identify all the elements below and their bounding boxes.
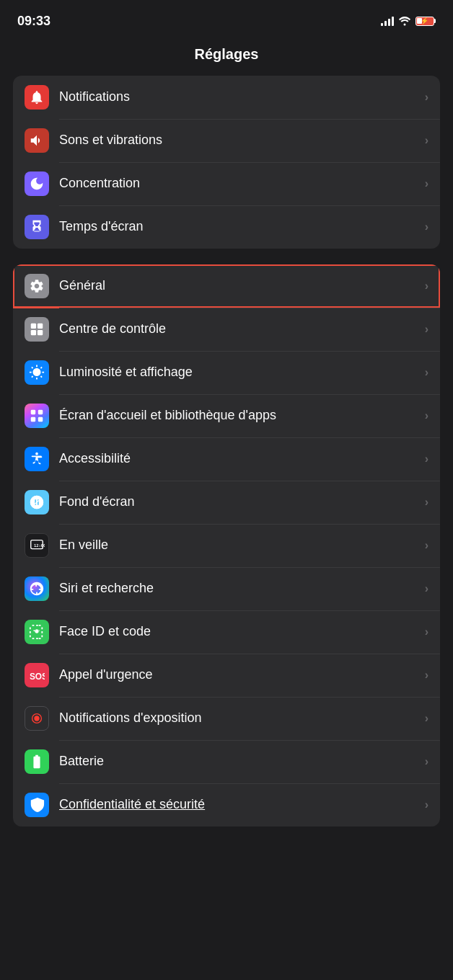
settings-item-exposition[interactable]: Notifications d'exposition › [13, 697, 440, 740]
svg-text:12:00: 12:00 [34, 543, 45, 548]
wifi-icon [398, 16, 411, 26]
settings-item-siri[interactable]: Siri et recherche › [13, 567, 440, 610]
siri-label: Siri et recherche [59, 580, 419, 597]
ecran-accueil-chevron: › [425, 409, 428, 422]
svg-point-8 [35, 453, 38, 455]
status-icons: ⚡ [381, 16, 436, 26]
signal-icon [381, 16, 394, 26]
confidentialite-label: Confidentialité et sécurité [59, 796, 419, 813]
sons-label: Sons et vibrations [59, 132, 419, 148]
luminosite-label: Luminosité et affichage [59, 364, 419, 380]
battery-icon: ⚡ [415, 17, 436, 26]
settings-item-luminosite[interactable]: Luminosité et affichage › [13, 351, 440, 394]
settings-group-2: Général › Centre de contrôle › Luminosit… [13, 264, 440, 827]
exposition-label: Notifications d'exposition [59, 710, 419, 726]
settings-item-centre-controle[interactable]: Centre de contrôle › [13, 308, 440, 351]
page-title: Réglages [0, 37, 453, 76]
svg-rect-0 [31, 324, 36, 329]
general-icon [25, 274, 49, 298]
luminosite-icon [25, 360, 49, 385]
temps-ecran-chevron: › [425, 220, 428, 233]
svg-rect-2 [31, 330, 36, 335]
ecran-accueil-icon [25, 404, 49, 428]
face-id-chevron: › [425, 625, 428, 638]
settings-item-en-veille[interactable]: 12:00 En veille › [13, 524, 440, 567]
en-veille-icon: 12:00 [25, 533, 49, 558]
settings-item-urgence[interactable]: SOS Appel d'urgence › [13, 654, 440, 697]
general-chevron: › [425, 280, 428, 293]
svg-rect-3 [38, 330, 43, 335]
svg-rect-4 [31, 410, 35, 414]
notifications-label: Notifications [59, 89, 419, 105]
face-id-icon [25, 620, 49, 644]
sons-icon [25, 128, 49, 153]
urgence-label: Appel d'urgence [59, 667, 419, 683]
svg-text:SOS: SOS [30, 672, 45, 682]
notifications-icon [25, 85, 49, 110]
svg-rect-5 [38, 410, 43, 414]
status-bar: 09:33 ⚡ [0, 0, 453, 37]
concentration-label: Concentration [59, 175, 419, 192]
settings-item-concentration[interactable]: Concentration › [13, 162, 440, 205]
fond-ecran-icon [25, 490, 49, 514]
sons-chevron: › [425, 134, 428, 147]
centre-controle-label: Centre de contrôle [59, 321, 419, 337]
siri-chevron: › [425, 582, 428, 595]
batterie-label: Batterie [59, 753, 419, 770]
svg-rect-6 [31, 417, 35, 422]
face-id-label: Face ID et code [59, 623, 419, 640]
fond-ecran-label: Fond d'écran [59, 494, 419, 510]
urgence-chevron: › [425, 669, 428, 682]
settings-item-general[interactable]: Général › [13, 264, 440, 308]
notifications-chevron: › [425, 91, 428, 104]
confidentialite-chevron: › [425, 798, 428, 811]
settings-item-batterie[interactable]: Batterie › [13, 740, 440, 783]
settings-item-temps-ecran[interactable]: Temps d'écran › [13, 205, 440, 249]
temps-ecran-label: Temps d'écran [59, 218, 419, 235]
batterie-chevron: › [425, 755, 428, 768]
en-veille-label: En veille [59, 537, 419, 553]
exposition-chevron: › [425, 712, 428, 725]
fond-ecran-chevron: › [425, 496, 428, 509]
urgence-icon: SOS [25, 663, 49, 687]
settings-item-confidentialite[interactable]: Confidentialité et sécurité › [13, 783, 440, 827]
luminosite-chevron: › [425, 366, 428, 379]
concentration-icon [25, 172, 49, 196]
accessibilite-icon [25, 447, 49, 471]
accessibilite-label: Accessibilité [59, 450, 419, 467]
concentration-chevron: › [425, 177, 428, 190]
confidentialite-icon [25, 793, 49, 817]
batterie-icon [25, 749, 49, 774]
temps-ecran-icon [25, 215, 49, 239]
general-label: Général [59, 277, 419, 294]
centre-controle-icon [25, 317, 49, 342]
svg-rect-7 [38, 417, 43, 422]
settings-item-notifications[interactable]: Notifications › [13, 76, 440, 119]
settings-item-sons[interactable]: Sons et vibrations › [13, 119, 440, 162]
settings-item-accessibilite[interactable]: Accessibilité › [13, 437, 440, 481]
accessibilite-chevron: › [425, 453, 428, 466]
status-time: 09:33 [17, 14, 50, 29]
settings-item-fond-ecran[interactable]: Fond d'écran › [13, 481, 440, 524]
ecran-accueil-label: Écran d'accueil et bibliothèque d'apps [59, 407, 419, 424]
exposition-icon [25, 706, 49, 731]
en-veille-chevron: › [425, 539, 428, 552]
svg-point-12 [34, 716, 39, 721]
settings-group-1: Notifications › Sons et vibrations › Con… [13, 76, 440, 249]
centre-controle-chevron: › [425, 323, 428, 336]
siri-icon [25, 576, 49, 601]
settings-item-ecran-accueil[interactable]: Écran d'accueil et bibliothèque d'apps › [13, 394, 440, 437]
ecran-accueil-label-container: Écran d'accueil et bibliothèque d'apps [59, 407, 419, 424]
svg-rect-1 [38, 324, 43, 329]
settings-item-face-id[interactable]: Face ID et code › [13, 610, 440, 654]
